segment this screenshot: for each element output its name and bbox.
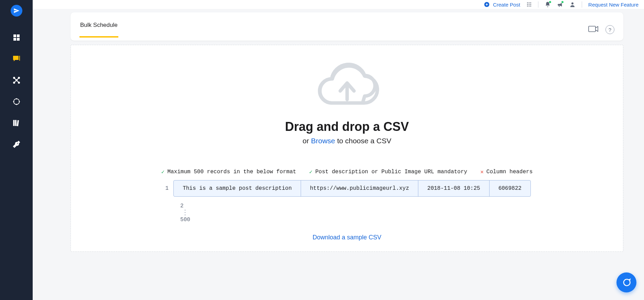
svg-point-26 xyxy=(527,4,528,5)
rule-text: Post description or Public Image URL man… xyxy=(315,169,468,175)
svg-line-10 xyxy=(14,78,17,80)
create-post-label: Create Post xyxy=(493,2,520,8)
sample-id: 6069822 xyxy=(490,180,530,196)
chat-fab[interactable] xyxy=(616,272,636,292)
svg-rect-4 xyxy=(19,56,20,61)
check-icon: ✓ xyxy=(309,168,313,175)
rule-mandatory: ✓ Post description or Public Image URL m… xyxy=(309,168,467,175)
dropzone-subhead: or Browse to choose a CSV xyxy=(85,137,609,145)
cloud-upload-icon xyxy=(314,62,380,113)
row-range: 2 ⋮ 500 xyxy=(180,203,190,223)
svg-line-13 xyxy=(17,80,19,83)
announcements-button[interactable] xyxy=(557,1,563,8)
upload-illustration xyxy=(85,62,609,113)
svg-point-31 xyxy=(530,6,531,7)
tab-actions: ? xyxy=(588,25,614,34)
tabs: Bulk Schedule xyxy=(79,22,118,38)
svg-point-29 xyxy=(527,6,528,7)
sidebar-tools[interactable] xyxy=(12,140,21,149)
svg-point-14 xyxy=(13,99,19,105)
grid-icon xyxy=(12,33,21,42)
main-content: Bulk Schedule ? Drag and drop a CSV or B… xyxy=(33,9,644,300)
network-icon xyxy=(12,76,21,84)
sidebar xyxy=(0,0,33,300)
tab-bulk-schedule[interactable]: Bulk Schedule xyxy=(79,22,118,38)
download-sample-link[interactable]: Download a sample CSV xyxy=(85,234,609,241)
svg-rect-0 xyxy=(13,34,16,37)
svg-line-12 xyxy=(14,80,17,83)
format-rules: ✓ Maximum 500 records in the below forma… xyxy=(85,168,609,175)
help-button[interactable]: ? xyxy=(605,25,614,34)
dots-grid-icon xyxy=(526,2,532,7)
svg-rect-2 xyxy=(13,38,16,41)
sample-table: This is a sample post description https:… xyxy=(173,180,531,197)
question-mark-icon: ? xyxy=(609,27,611,33)
sample-description: This is a sample post description xyxy=(174,180,301,196)
target-icon xyxy=(13,98,20,105)
apps-grid-button[interactable] xyxy=(526,2,532,7)
chat-bubble-icon xyxy=(622,278,631,287)
svg-point-32 xyxy=(571,2,573,4)
sidebar-posts[interactable] xyxy=(12,54,21,63)
row-two-label: 2 xyxy=(180,203,184,209)
topbar: Create Post Request New Feature xyxy=(33,0,644,9)
cross-icon: ✕ xyxy=(480,168,484,175)
books-icon xyxy=(12,118,21,127)
sample-row-wrap: 1 This is a sample post description http… xyxy=(163,180,531,197)
svg-rect-33 xyxy=(589,26,595,32)
sidebar-network[interactable] xyxy=(12,76,21,85)
sub-suffix: to choose a CSV xyxy=(335,137,391,145)
announcement-badge xyxy=(561,1,564,3)
sidebar-target[interactable] xyxy=(12,97,21,106)
svg-rect-21 xyxy=(17,120,19,126)
rule-text: Column headers xyxy=(486,169,533,175)
create-post-button[interactable]: Create Post xyxy=(484,2,520,8)
notification-badge xyxy=(549,1,551,3)
svg-point-30 xyxy=(529,6,530,7)
check-icon: ✓ xyxy=(161,168,165,175)
svg-point-24 xyxy=(529,2,530,3)
user-icon xyxy=(569,1,576,8)
svg-point-27 xyxy=(529,4,530,5)
svg-rect-1 xyxy=(17,34,20,37)
tools-icon xyxy=(12,140,21,148)
svg-rect-20 xyxy=(15,120,16,126)
svg-line-11 xyxy=(17,78,19,80)
tab-card: Bulk Schedule ? xyxy=(71,12,623,41)
row-max-label: 500 xyxy=(180,217,190,223)
notifications-button[interactable] xyxy=(545,1,551,8)
sidebar-library[interactable] xyxy=(12,118,21,127)
profile-button[interactable] xyxy=(569,1,576,8)
dropzone-headline: Drag and drop a CSV xyxy=(85,120,609,134)
sidebar-dashboard[interactable] xyxy=(12,33,21,42)
svg-rect-19 xyxy=(13,120,14,126)
ellipsis-icon: ⋮ xyxy=(180,211,188,215)
app-logo[interactable] xyxy=(11,5,22,17)
paper-plane-icon xyxy=(13,8,20,14)
rule-max-records: ✓ Maximum 500 records in the below forma… xyxy=(161,168,296,175)
video-tutorial-button[interactable] xyxy=(588,25,599,34)
svg-point-25 xyxy=(530,2,531,3)
rule-headers: ✕ Column headers xyxy=(480,168,533,175)
topbar-divider xyxy=(538,1,538,8)
chat-stats-icon xyxy=(12,55,21,63)
request-feature-link[interactable]: Request New Feature xyxy=(588,2,638,8)
row-number: 1 xyxy=(163,185,169,192)
svg-point-23 xyxy=(527,2,528,3)
rule-text: Maximum 500 records in the below format xyxy=(167,169,296,175)
sample-url: https://www.publicimageurl.xyz xyxy=(301,180,418,196)
browse-link[interactable]: Browse xyxy=(311,137,335,145)
topbar-divider xyxy=(582,1,582,8)
svg-point-28 xyxy=(530,4,531,5)
video-icon xyxy=(588,25,599,33)
sample-datetime: 2018-11-08 10:25 xyxy=(418,180,490,196)
svg-rect-3 xyxy=(17,38,20,41)
plus-circle-icon xyxy=(484,2,490,7)
csv-dropzone[interactable]: Drag and drop a CSV or Browse to choose … xyxy=(71,45,623,252)
sub-prefix: or xyxy=(303,137,311,145)
